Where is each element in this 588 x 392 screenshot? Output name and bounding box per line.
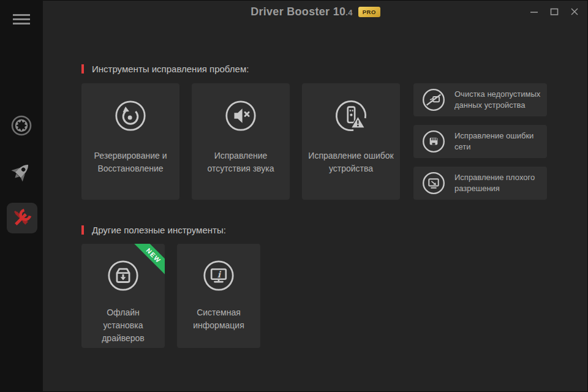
new-ribbon: NEW [133, 244, 165, 276]
accent-bar [81, 64, 84, 74]
menu-button[interactable] [13, 14, 30, 24]
card-label: Исправление плохого разрешения [454, 172, 542, 194]
maximize-icon [550, 7, 559, 16]
card-backup-restore[interactable]: Резервирование и Восстановление [81, 83, 179, 200]
scan-gear-icon [9, 113, 34, 138]
accent-bar [81, 225, 84, 235]
app-title: Driver Booster 10.4 [251, 6, 353, 18]
rocket-icon [9, 159, 34, 184]
new-ribbon-label: NEW [133, 244, 165, 276]
card-label: Исправление ошибок устройства [302, 149, 400, 175]
card-label: Исправление отсутствия звука [192, 149, 290, 175]
card-network-fix[interactable]: Исправление ошибки сети [413, 125, 547, 158]
section-heading: Инструменты исправления проблем: [92, 64, 249, 74]
fix-tools-section-header: Инструменты исправления проблем: [81, 64, 249, 74]
resolution-fix-icon [421, 171, 446, 195]
maximize-button[interactable] [549, 7, 559, 17]
card-label: Исправление ошибки сети [454, 130, 542, 153]
minimize-button[interactable] [529, 7, 539, 17]
sidebar-item-scan[interactable] [9, 113, 34, 138]
card-device-error-fix[interactable]: Исправление ошибок устройства [302, 83, 400, 200]
app-window: Driver Booster 10.4 PRO [0, 0, 588, 392]
version-suffix: .4 [345, 8, 352, 17]
card-clean-invalid-device-data[interactable]: Очистка недопустимых данных устройства [413, 83, 547, 116]
svg-text:i: i [217, 270, 222, 279]
card-system-info[interactable]: i Системная информация [177, 244, 260, 348]
tools-wrench-icon [10, 206, 34, 230]
card-no-sound-fix[interactable]: Исправление отсутствия звука [192, 83, 290, 200]
window-controls [529, 7, 579, 17]
card-label: Резервирование и Восстановление [81, 149, 179, 175]
sidebar [0, 0, 43, 392]
sidebar-item-tools-active[interactable] [7, 203, 37, 233]
clean-invalid-device-data-icon [421, 88, 446, 112]
card-label: Очистка недопустимых данных устройства [454, 89, 542, 111]
no-sound-icon [224, 99, 258, 133]
titlebar: Driver Booster 10.4 PRO [43, 0, 588, 23]
system-info-icon: i [202, 258, 236, 293]
card-label: Системная информация [177, 306, 260, 332]
backup-restore-icon [113, 99, 148, 133]
device-error-icon [334, 99, 368, 133]
sidebar-item-boost[interactable] [9, 159, 34, 184]
card-label: Офлайн установка драйверов [81, 306, 165, 345]
hamburger-icon [13, 14, 30, 16]
card-resolution-fix[interactable]: Исправление плохого разрешения [413, 167, 547, 200]
title-group: Driver Booster 10.4 PRO [43, 0, 588, 23]
pro-badge: PRO [358, 7, 380, 17]
close-button[interactable] [570, 7, 579, 17]
other-tools-section-header: Другие полезные инструменты: [81, 225, 226, 235]
card-offline-driver-install[interactable]: NEW Офлайн установка драйверов [81, 244, 165, 348]
minimize-icon [530, 7, 538, 16]
close-icon [570, 7, 579, 16]
network-fix-icon [421, 129, 446, 154]
section-heading: Другие полезные инструменты: [92, 225, 226, 235]
